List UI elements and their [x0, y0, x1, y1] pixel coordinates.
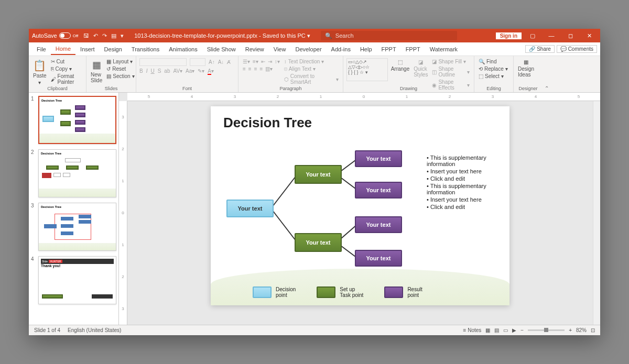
- view-sorter-icon[interactable]: ▤: [494, 327, 499, 333]
- smartart-button[interactable]: ⬡ Convert to SmartArt ▾: [283, 73, 340, 85]
- chevron-down-icon[interactable]: ▾: [307, 32, 310, 39]
- spacing-button[interactable]: AV▾: [173, 68, 182, 74]
- slideshow-icon[interactable]: ▤: [111, 32, 116, 39]
- search-input[interactable]: 🔍 Search: [321, 31, 457, 40]
- line-spacing-button[interactable]: ↕▾: [275, 59, 280, 64]
- view-reading-icon[interactable]: ▭: [503, 327, 508, 333]
- font-family-select[interactable]: [139, 58, 187, 66]
- tab-fppt2[interactable]: FPPT: [401, 44, 425, 54]
- replace-button[interactable]: ⟲ Replace ▾: [478, 65, 509, 72]
- shapes-gallery[interactable]: ▭○△◇↗△▽◁▷○☆{ } { } ☆ ▾: [346, 58, 388, 81]
- cut-button[interactable]: ✂Cut: [50, 58, 83, 65]
- align-right-button[interactable]: ≡: [254, 66, 257, 72]
- zoom-in-button[interactable]: +: [569, 327, 572, 333]
- increase-font-icon[interactable]: A↑: [209, 59, 215, 65]
- tab-view[interactable]: View: [269, 44, 291, 54]
- collapse-ribbon-icon[interactable]: ⌃: [543, 56, 551, 92]
- indent-right-button[interactable]: ⇥: [268, 59, 272, 64]
- tab-watermark[interactable]: Watermark: [425, 44, 462, 54]
- font-size-select[interactable]: [190, 58, 205, 66]
- slide-thumbnail-3[interactable]: Decision Tree: [38, 203, 116, 251]
- bullet-list[interactable]: • This is supplementary information • In…: [427, 155, 500, 211]
- new-slide-button[interactable]: ▦New Slide: [90, 58, 103, 84]
- tab-help[interactable]: Help: [355, 44, 377, 54]
- text-direction-button[interactable]: ↕ Text Direction ▾: [283, 58, 340, 65]
- language-status[interactable]: English (United States): [68, 327, 121, 333]
- strike-button[interactable]: S: [158, 68, 161, 74]
- decision-node-root[interactable]: Your text: [226, 200, 274, 217]
- align-center-button[interactable]: ≡: [248, 66, 252, 72]
- arrange-button[interactable]: ⬚Arrange: [390, 58, 411, 73]
- layout-button[interactable]: ▦ Layout ▾: [105, 58, 135, 65]
- result-node-2[interactable]: Your text: [355, 182, 402, 198]
- close-button[interactable]: ✕: [581, 32, 597, 39]
- shadow-button[interactable]: ab: [164, 68, 170, 74]
- share-button[interactable]: 🔗 Share: [525, 45, 554, 53]
- select-button[interactable]: ⬚ Select ▾: [478, 73, 509, 80]
- tab-animations[interactable]: Animations: [164, 44, 202, 54]
- italic-button[interactable]: I: [146, 68, 148, 74]
- align-left-button[interactable]: ≡: [243, 66, 246, 72]
- redo-icon[interactable]: ↷: [102, 32, 107, 39]
- tab-developer[interactable]: Developer: [290, 44, 326, 54]
- slide-thumbnail-4[interactable]: Slide HUNTER Thank you!: [38, 256, 116, 304]
- vertical-scrollbar[interactable]: [593, 101, 600, 325]
- slide-editor[interactable]: Decision Tree Your text Your text Your t…: [211, 106, 509, 305]
- comments-button[interactable]: 💬 Comments: [557, 45, 597, 53]
- signin-button[interactable]: Sign in: [496, 32, 522, 39]
- view-normal-icon[interactable]: ▦: [485, 327, 490, 333]
- undo-icon[interactable]: ↶: [93, 32, 98, 39]
- maximize-button[interactable]: ◻: [562, 32, 578, 39]
- zoom-out-button[interactable]: −: [520, 327, 524, 333]
- columns-button[interactable]: ▥▾: [265, 66, 273, 72]
- tab-review[interactable]: Review: [241, 44, 269, 54]
- numbering-button[interactable]: ≡▾: [253, 59, 258, 64]
- highlight-button[interactable]: ✎▾: [198, 68, 204, 74]
- tab-slideshow[interactable]: Slide Show: [202, 44, 241, 54]
- result-node-4[interactable]: Your text: [355, 250, 402, 267]
- quick-styles-button[interactable]: ◪Quick Styles: [413, 58, 429, 79]
- zoom-level[interactable]: 82%: [576, 327, 587, 333]
- slide-thumbnail-2[interactable]: Decision Tree: [38, 149, 116, 197]
- shape-outline-button[interactable]: ◫ Shape Outline ▾: [431, 65, 471, 78]
- underline-button[interactable]: U: [150, 68, 154, 74]
- indent-left-button[interactable]: ⇤: [261, 59, 265, 64]
- tab-home[interactable]: Home: [51, 43, 75, 55]
- tab-fppt1[interactable]: FPPT: [377, 44, 401, 54]
- shape-fill-button[interactable]: ◪ Shape Fill ▾: [431, 58, 471, 65]
- task-node-2[interactable]: Your text: [295, 233, 342, 252]
- bold-button[interactable]: B: [139, 68, 143, 74]
- format-painter-button[interactable]: 🖌Format Painter: [50, 73, 83, 85]
- reset-button[interactable]: ↺ Reset: [105, 65, 135, 72]
- fit-to-window-icon[interactable]: ⊡: [591, 327, 595, 333]
- task-node-1[interactable]: Your text: [295, 165, 342, 184]
- bullets-button[interactable]: ☰▾: [243, 59, 250, 64]
- copy-button[interactable]: ⎘Copy ▾: [50, 65, 83, 72]
- decrease-font-icon[interactable]: A↓: [218, 59, 224, 65]
- justify-button[interactable]: ≡: [260, 66, 263, 72]
- autosave-toggle[interactable]: AutoSave Off: [32, 32, 78, 39]
- minimize-button[interactable]: —: [544, 32, 559, 39]
- tab-transitions[interactable]: Transitions: [127, 44, 164, 54]
- tab-file[interactable]: File: [32, 44, 51, 54]
- notes-button[interactable]: ≡ Notes: [463, 327, 482, 333]
- font-color-button[interactable]: A▾: [208, 68, 214, 74]
- save-icon[interactable]: 🖫: [83, 32, 89, 39]
- ribbon-display-icon[interactable]: ▢: [525, 32, 540, 39]
- tab-design[interactable]: Design: [100, 44, 127, 54]
- slide-thumbnail-1[interactable]: Decision Tree: [38, 96, 116, 144]
- view-slideshow-icon[interactable]: ▶: [512, 327, 516, 333]
- case-button[interactable]: Aa▾: [186, 68, 194, 74]
- design-ideas-button[interactable]: ▦Design Ideas: [517, 58, 535, 79]
- paste-button[interactable]: 📋Paste▾: [32, 58, 48, 86]
- find-button[interactable]: 🔍 Find: [478, 58, 509, 65]
- align-text-button[interactable]: ⎅ Align Text ▾: [283, 65, 340, 72]
- tab-insert[interactable]: Insert: [75, 44, 100, 54]
- result-node-1[interactable]: Your text: [355, 150, 402, 167]
- result-node-3[interactable]: Your text: [355, 216, 402, 233]
- dropdown-icon[interactable]: ▾: [121, 32, 124, 39]
- tab-addins[interactable]: Add-ins: [327, 44, 355, 54]
- section-button[interactable]: ▤ Section ▾: [105, 73, 135, 80]
- clear-format-icon[interactable]: A̸: [227, 59, 231, 65]
- zoom-slider[interactable]: [528, 329, 565, 331]
